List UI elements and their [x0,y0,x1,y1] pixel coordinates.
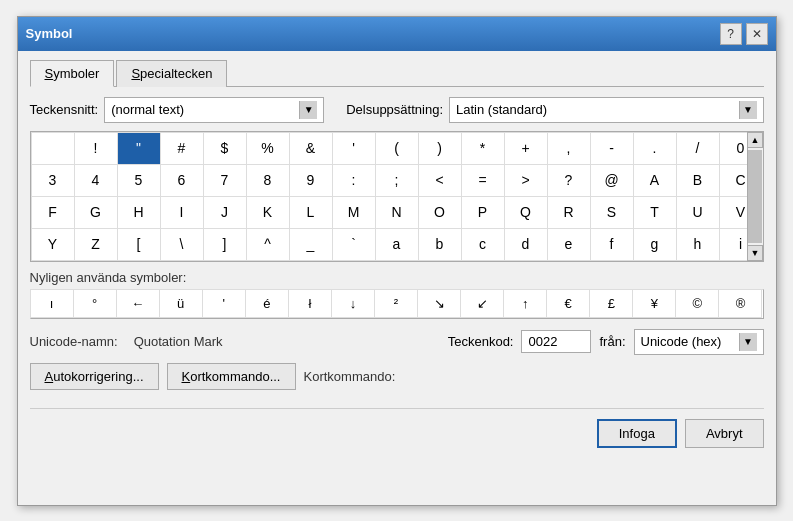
recently-used-cell[interactable]: ° [74,290,117,318]
symbol-cell[interactable]: A [634,165,677,197]
scrollbar-down-button[interactable]: ▼ [747,245,763,261]
recently-used-cell[interactable]: ® [719,290,762,318]
symbol-cell[interactable]: < [419,165,462,197]
autocorrect-button[interactable]: Autokorrigering... [30,363,159,390]
recently-used-cell[interactable]: © [676,290,719,318]
symbol-cell[interactable]: Z [75,229,118,261]
symbol-cell[interactable]: L [290,197,333,229]
recently-used-cell[interactable]: ↑ [504,290,547,318]
symbol-cell[interactable]: = [462,165,505,197]
from-dropdown-arrow[interactable]: ▼ [739,333,757,351]
symbol-cell[interactable]: 4 [75,165,118,197]
symbol-cell[interactable]: ! [75,133,118,165]
help-button[interactable]: ? [720,23,742,45]
symbol-cell[interactable]: 8 [247,165,290,197]
close-button[interactable]: ✕ [746,23,768,45]
symbol-cell[interactable]: 7 [204,165,247,197]
recently-used-cell[interactable]: ł [289,290,332,318]
recently-used-cell[interactable]: ² [375,290,418,318]
symbol-cell[interactable]: O [419,197,462,229]
symbol-cell[interactable]: g [634,229,677,261]
symbol-cell[interactable]: % [247,133,290,165]
tab-specialtecken[interactable]: Specialtecken [116,60,227,87]
symbol-cell[interactable]: _ [290,229,333,261]
symbol-cell[interactable]: [ [118,229,161,261]
recently-used-cell[interactable]: ¥ [633,290,676,318]
symbol-cell[interactable]: ? [548,165,591,197]
symbol-cell[interactable]: ' [333,133,376,165]
symbol-cell[interactable]: U [677,197,720,229]
symbol-cell[interactable]: # [161,133,204,165]
symbol-cell[interactable]: c [462,229,505,261]
symbol-cell[interactable]: & [290,133,333,165]
symbol-cell[interactable]: B [677,165,720,197]
symbol-cell[interactable]: ( [376,133,419,165]
symbol-cell[interactable]: S [591,197,634,229]
tab-symboler[interactable]: Symboler [30,60,115,87]
recently-used-cell[interactable]: ü [160,290,203,318]
symbol-cell[interactable]: $ [204,133,247,165]
symbol-cell[interactable]: H [118,197,161,229]
subset-dropdown-arrow[interactable]: ▼ [739,101,757,119]
recently-used-cell[interactable]: ı [31,290,74,318]
symbol-cell[interactable]: " [118,133,161,165]
recently-used-cell[interactable]: é [246,290,289,318]
from-dropdown[interactable]: Unicode (hex) ▼ [634,329,764,355]
scrollbar-up-button[interactable]: ▲ [747,132,763,148]
symbol-cell[interactable]: b [419,229,462,261]
symbol-cell[interactable]: . [634,133,677,165]
symbol-cell[interactable]: 6 [161,165,204,197]
symbol-cell[interactable]: \ [161,229,204,261]
scrollbar-thumb[interactable] [748,150,762,243]
symbol-cell[interactable]: , [548,133,591,165]
symbol-cell[interactable]: ; [376,165,419,197]
recently-used-cell[interactable]: ' [203,290,246,318]
symbol-cell[interactable]: @ [591,165,634,197]
symbol-cell[interactable]: ] [204,229,247,261]
font-dropdown[interactable]: (normal text) ▼ [104,97,324,123]
symbol-cell[interactable]: / [677,133,720,165]
symbol-cell[interactable]: : [333,165,376,197]
symbol-cell[interactable]: d [505,229,548,261]
subset-dropdown[interactable]: Latin (standard) ▼ [449,97,764,123]
symbol-cell[interactable]: R [548,197,591,229]
symbol-cell[interactable]: M [333,197,376,229]
recently-used-cell[interactable]: ↓ [332,290,375,318]
symbol-cell[interactable]: 3 [32,165,75,197]
symbol-cell[interactable]: a [376,229,419,261]
recently-used-cell[interactable]: ↘ [418,290,461,318]
symbol-cell[interactable]: P [462,197,505,229]
shortcut-button[interactable]: Kortkommando... [167,363,296,390]
cancel-button[interactable]: Avbryt [685,419,764,448]
symbol-scrollbar[interactable]: ▲ ▼ [747,132,763,261]
symbol-cell[interactable]: * [462,133,505,165]
symbol-cell[interactable]: K [247,197,290,229]
recently-used-cell[interactable]: ↙ [461,290,504,318]
insert-button[interactable]: Infoga [597,419,677,448]
symbol-cell[interactable]: Y [32,229,75,261]
symbol-cell[interactable]: N [376,197,419,229]
symbol-cell[interactable]: Q [505,197,548,229]
symbol-cell[interactable]: G [75,197,118,229]
symbol-cell[interactable] [32,133,75,165]
symbol-cell[interactable]: I [161,197,204,229]
symbol-cell[interactable]: > [505,165,548,197]
symbol-cell[interactable]: J [204,197,247,229]
symbol-cell[interactable]: e [548,229,591,261]
symbol-cell[interactable]: 9 [290,165,333,197]
symbol-cell[interactable]: ) [419,133,462,165]
symbol-cell[interactable]: h [677,229,720,261]
symbol-cell[interactable]: - [591,133,634,165]
symbol-cell[interactable]: f [591,229,634,261]
recently-used-cell[interactable]: ← [117,290,160,318]
symbol-cell[interactable]: 5 [118,165,161,197]
symbol-cell[interactable]: F [32,197,75,229]
recently-used-cell[interactable]: € [547,290,590,318]
charcode-input[interactable] [521,330,591,353]
symbol-cell[interactable]: T [634,197,677,229]
symbol-cell[interactable]: ` [333,229,376,261]
symbol-cell[interactable]: + [505,133,548,165]
font-dropdown-arrow[interactable]: ▼ [299,101,317,119]
symbol-cell[interactable]: ^ [247,229,290,261]
recently-used-cell[interactable]: £ [590,290,633,318]
